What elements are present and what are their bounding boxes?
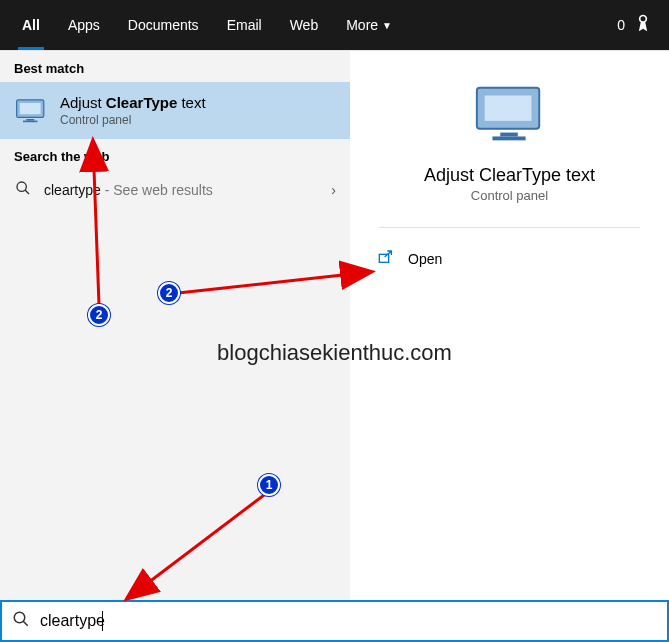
search-input[interactable] [40, 612, 657, 630]
tab-label: Web [290, 17, 319, 33]
tab-label: Documents [128, 17, 199, 33]
results-area: Best match Adjust ClearType text Control… [0, 50, 669, 600]
svg-line-12 [23, 621, 28, 626]
text-caret [102, 611, 103, 631]
web-result-text: cleartype - See web results [44, 182, 319, 198]
svg-rect-8 [500, 133, 518, 137]
monitor-icon [14, 97, 48, 125]
preview-pane: Adjust ClearType text Control panel Open [350, 51, 669, 600]
svg-line-5 [25, 190, 29, 194]
tab-label: More [346, 17, 378, 33]
svg-point-4 [17, 182, 26, 191]
tab-apps[interactable]: Apps [54, 0, 114, 50]
tab-documents[interactable]: Documents [114, 0, 213, 50]
open-icon [378, 250, 394, 267]
best-match-text: Adjust ClearType text Control panel [60, 94, 206, 127]
search-tabs: All Apps Documents Email Web More ▼ 0 [0, 0, 669, 50]
tab-more[interactable]: More ▼ [332, 0, 406, 50]
rewards-icon[interactable] [633, 13, 653, 37]
search-icon [12, 610, 30, 632]
results-left-pane: Best match Adjust ClearType text Control… [0, 51, 350, 600]
rewards-count: 0 [617, 17, 625, 33]
tab-email[interactable]: Email [213, 0, 276, 50]
search-web-heading: Search the web [0, 139, 350, 170]
best-match-title: Adjust ClearType text [60, 94, 206, 111]
tab-all[interactable]: All [8, 0, 54, 50]
tabbar-right: 0 [617, 13, 661, 37]
svg-rect-3 [23, 120, 37, 122]
svg-point-11 [14, 612, 25, 623]
best-match-result[interactable]: Adjust ClearType text Control panel [0, 82, 350, 139]
open-action[interactable]: Open [350, 238, 669, 279]
preview-monitor-icon [471, 83, 549, 151]
best-match-subtitle: Control panel [60, 113, 206, 127]
tab-label: Apps [68, 17, 100, 33]
chevron-down-icon: ▼ [382, 20, 392, 31]
web-result-row[interactable]: cleartype - See web results › [0, 170, 350, 209]
preview-subtitle: Control panel [471, 188, 548, 203]
tab-label: Email [227, 17, 262, 33]
preview-divider [379, 227, 641, 228]
open-label: Open [408, 251, 442, 267]
preview-title: Adjust ClearType text [424, 165, 595, 186]
svg-rect-1 [20, 103, 41, 114]
svg-rect-7 [484, 96, 531, 121]
search-box[interactable] [0, 600, 669, 642]
search-icon [14, 180, 32, 199]
tab-web[interactable]: Web [276, 0, 333, 50]
tab-label: All [22, 17, 40, 33]
chevron-right-icon: › [331, 182, 336, 198]
svg-rect-9 [492, 136, 525, 140]
svg-rect-2 [26, 119, 34, 121]
best-match-heading: Best match [0, 51, 350, 82]
